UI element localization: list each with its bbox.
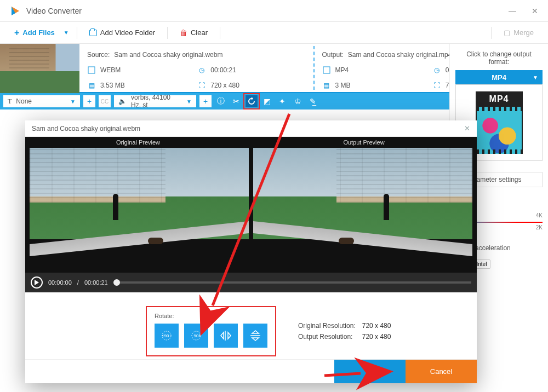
output-preview <box>253 148 472 269</box>
preview-header: Original Preview Output Preview <box>25 137 477 148</box>
source-size: 3.53 MB <box>100 82 125 89</box>
window-close-icon[interactable]: ✕ <box>532 7 538 15</box>
output-format: MP4 <box>335 66 349 74</box>
effects-tool-icon[interactable]: ✦ <box>276 95 288 107</box>
source-format: WEBM <box>100 66 121 74</box>
original-preview-label: Original Preview <box>25 137 251 148</box>
resolution-info: Original Resolution: 720 x 480 Output Re… <box>298 322 391 341</box>
app-title: Video Converter <box>26 7 82 15</box>
orig-res-value: 720 x 480 <box>362 322 391 330</box>
merge-button[interactable]: ▢ Merge <box>499 25 538 40</box>
cancel-button[interactable]: Cancel <box>406 360 477 383</box>
text-icon: T <box>8 97 12 106</box>
clear-button[interactable]: 🗑 Clear <box>175 25 212 41</box>
modal-footer: Ok Cancel <box>25 359 477 383</box>
modal-close-icon[interactable]: ✕ <box>464 124 470 132</box>
video-thumbnail[interactable] <box>0 44 79 93</box>
rotate-tool-icon[interactable] <box>246 95 258 107</box>
output-size: 3 MB <box>335 82 351 89</box>
output-preview-label: Output Preview <box>251 137 477 148</box>
svg-rect-2 <box>88 67 95 73</box>
rotate-editor-modal: Sam and Cocoa shaky original.webm ✕ Orig… <box>25 120 477 383</box>
source-filename: Sam and Cocoa shaky original.webm <box>114 51 222 59</box>
film-icon <box>322 66 331 74</box>
source-duration: 00:00:21 <box>210 66 236 74</box>
info-tool-icon[interactable]: ⓘ <box>215 95 227 107</box>
filmstrip-icon <box>476 107 523 154</box>
clock-icon: ◷ <box>432 66 441 74</box>
dimensions-icon: ⛶ <box>197 81 206 90</box>
watermark-tool-icon[interactable]: ♔ <box>292 95 304 107</box>
main-toolbar: + Add Files ▼ Add Video Folder 🗑 Clear ▢… <box>0 22 548 44</box>
cc-button[interactable]: CC <box>99 95 111 107</box>
flip-horizontal-button[interactable] <box>214 324 238 348</box>
source-resolution: 720 x 480 <box>210 82 239 89</box>
play-current-time: 00:00:00 <box>48 279 72 286</box>
folder-icon <box>89 30 97 36</box>
plus-icon: + <box>14 28 19 37</box>
modal-titlebar: Sam and Cocoa shaky original.webm ✕ <box>25 120 477 137</box>
add-video-folder-button[interactable]: Add Video Folder <box>85 25 159 40</box>
out-res-value: 720 x 480 <box>362 333 391 341</box>
window-minimize-icon[interactable]: — <box>509 7 516 15</box>
chevron-down-icon: ▼ <box>70 99 76 105</box>
svg-text:90: 90 <box>194 333 199 338</box>
play-total-time: 00:00:21 <box>84 279 108 286</box>
original-preview <box>30 148 249 269</box>
trim-tool-icon[interactable]: ✂ <box>230 95 242 107</box>
svg-rect-3 <box>323 67 330 73</box>
separator <box>220 27 220 39</box>
add-files-button[interactable]: + Add Files <box>10 25 59 41</box>
seek-slider[interactable] <box>113 281 471 284</box>
file-icon: ▤ <box>322 81 331 90</box>
text-overlay-select[interactable]: T None ▼ <box>3 95 80 107</box>
source-info-column: Source: Sam and Cocoa shaky original.web… <box>79 44 313 92</box>
chevron-down-icon: ▼ <box>186 99 192 105</box>
clock-icon: ◷ <box>197 66 206 74</box>
dimensions-icon: ⛶ <box>432 81 441 90</box>
rotate-90-ccw-button[interactable]: 90 <box>155 324 179 348</box>
modal-title: Sam and Cocoa shaky original.webm <box>32 125 140 132</box>
output-label: Output: <box>322 51 344 59</box>
svg-text:90: 90 <box>164 333 169 338</box>
playback-bar: 00:00:00 / 00:00:21 <box>25 273 477 292</box>
separator <box>491 27 492 39</box>
separator <box>167 27 168 39</box>
output-format-dropdown[interactable]: MP4 ▼ <box>455 70 543 84</box>
format-badge: MP4 <box>476 91 523 107</box>
crop-tool-icon[interactable]: ◩ <box>261 95 273 107</box>
audio-select[interactable]: 🔈 vorbis, 44100 Hz, st ▼ <box>114 95 196 107</box>
chevron-down-icon: ▼ <box>533 74 538 80</box>
rotate-90-cw-button[interactable]: 90 <box>184 324 208 348</box>
rotate-controls-highlight: Rotate: 90 90 <box>146 306 276 356</box>
rotate-panel: Rotate: 90 90 Original Resolution: 720 x… <box>25 292 477 359</box>
add-audio-button[interactable]: + <box>199 95 212 107</box>
output-filename: Sam and Cocoa shaky original.mp4 <box>348 51 452 59</box>
add-files-caret-icon[interactable]: ▼ <box>64 30 69 36</box>
sidebar-hint: Click to change output format: <box>455 50 543 66</box>
trash-icon: 🗑 <box>180 28 187 37</box>
orig-res-label: Original Resolution: <box>298 322 356 330</box>
rotate-label: Rotate: <box>155 313 267 319</box>
play-button-icon[interactable] <box>31 276 43 289</box>
preview-area <box>25 148 477 273</box>
merge-icon: ▢ <box>504 28 510 37</box>
out-res-label: Output Resolution: <box>298 333 356 341</box>
film-icon <box>87 66 96 74</box>
svg-marker-4 <box>35 280 39 285</box>
speaker-icon: 🔈 <box>118 97 127 105</box>
source-label: Source: <box>87 51 110 59</box>
ok-button[interactable]: Ok <box>334 360 406 383</box>
titlebar: Video Converter — ✕ <box>0 0 548 22</box>
flip-vertical-button[interactable] <box>243 324 267 348</box>
separator <box>77 27 77 39</box>
file-icon: ▤ <box>87 81 96 90</box>
add-text-button[interactable]: + <box>83 95 95 107</box>
app-logo <box>10 5 21 16</box>
subtitle-tool-icon[interactable]: ✎̲ <box>307 95 319 107</box>
